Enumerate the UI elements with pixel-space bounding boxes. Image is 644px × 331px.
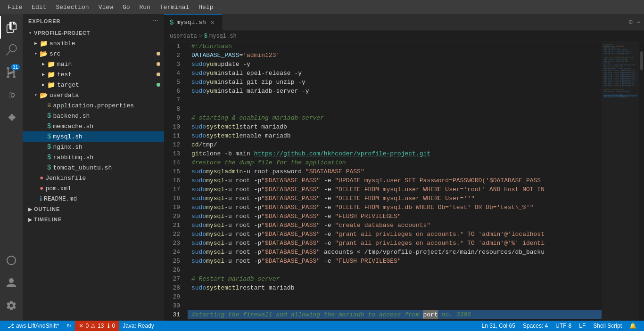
tree-file-application-properties[interactable]: ▶ ≡ application.properties <box>23 100 164 111</box>
status-notifications[interactable]: 🔔 <box>626 321 640 331</box>
menu-terminal[interactable]: Terminal <box>156 2 193 13</box>
ln-30: 30 <box>164 301 184 310</box>
status-encoding[interactable]: UTF-8 <box>552 321 575 331</box>
tree-file-jenkinsfile[interactable]: ▶ ● Jenkinsfile <box>23 173 164 183</box>
activity-remote[interactable] <box>0 249 23 272</box>
menu-view[interactable]: View <box>95 2 117 13</box>
breadcrumb-sep1: > <box>199 33 202 40</box>
folder-main-label: main <box>57 61 157 68</box>
menu-run[interactable]: Run <box>135 2 154 13</box>
xml-icon: ● <box>40 185 43 192</box>
ln-28: 28 <box>164 283 184 292</box>
tree-folder-main[interactable]: ▶ 📁 main <box>23 59 164 69</box>
status-spaces[interactable]: Spaces: 4 <box>519 321 552 331</box>
tree-folder-userdata[interactable]: ▾ 📂 userdata <box>23 90 164 100</box>
sidebar-actions[interactable]: ⋯ <box>153 18 158 24</box>
sidebar: EXPLORER ⋯ ▾ VPROFILE-PROJECT ▶ 📁 ansibl… <box>23 14 164 321</box>
code-line-14: #restore the dump file for the applicati… <box>188 158 602 167</box>
split-editor-icon[interactable]: ⊡ <box>629 18 633 26</box>
status-line-ending[interactable]: LF <box>575 321 589 331</box>
activity-explorer[interactable] <box>0 16 23 39</box>
status-branch[interactable]: ⎇ aws-LiftAndShift* <box>4 321 63 331</box>
activity-accounts[interactable] <box>0 272 23 294</box>
activity-run[interactable] <box>0 84 23 106</box>
tree-file-readme-md[interactable]: ▶ ℹ README.md <box>23 194 164 204</box>
code-line-7 <box>188 96 602 105</box>
code-editor[interactable]: 1 2 3 4 5 6 7 8 9 10 11 12 13 14 15 16 1… <box>164 42 644 321</box>
code-content[interactable]: #!/bin/bash DATABASE_PASS='admin123' sud… <box>188 42 602 321</box>
code-line-8 <box>188 105 602 113</box>
timeline-arrow: ▶ <box>26 216 34 223</box>
vertical-scrollbar[interactable] <box>639 42 644 321</box>
tree-file-pom-xml[interactable]: ▶ ● pom.xml <box>23 183 164 194</box>
ln-7: 7 <box>164 96 184 105</box>
tab-shell-icon: $ <box>170 19 173 26</box>
tree-file-rabbitmq-sh[interactable]: ▶ $ rabbitmq.sh <box>23 152 164 162</box>
file-jenkinsfile-label: Jenkinsfile <box>45 175 164 182</box>
menu-file[interactable]: File <box>4 2 26 13</box>
ln-20: 20 <box>164 212 184 221</box>
tree-file-backend-sh[interactable]: ▶ $ backend.sh <box>23 111 164 121</box>
status-language[interactable]: Shell Script <box>589 321 626 331</box>
folder-icon: 📁 <box>40 40 48 48</box>
code-line-20: sudo mysql -u root -p"$DATABASE_PASS" -e… <box>188 212 602 221</box>
target-arrow: ▶ <box>40 81 47 89</box>
ln-32: 32 <box>164 319 184 321</box>
breadcrumb-userdata[interactable]: userdata <box>170 33 197 40</box>
status-bar: ⎇ aws-LiftAndShift* ↻ ✕ 0 ⚠ 13 ℹ 0 Java:… <box>0 321 644 331</box>
activity-source-control[interactable]: 31 <box>0 61 23 84</box>
status-errors[interactable]: ✕ 0 ⚠ 13 ℹ 0 <box>75 321 119 331</box>
breadcrumb-filename[interactable]: mysql.sh <box>209 33 237 40</box>
status-sync[interactable]: ↻ <box>63 321 75 331</box>
ln-2: 2 <box>164 51 184 60</box>
ln-4: 4 <box>164 69 184 78</box>
tab-mysql-sh[interactable]: $ mysql.sh ✕ <box>164 14 223 31</box>
tree-file-tomcat-ubuntu-sh[interactable]: ▶ $ tomcat_ubuntu.sh <box>23 162 164 173</box>
menu-edit[interactable]: Edit <box>28 2 50 13</box>
tree-folder-test[interactable]: ▶ 📁 test <box>23 69 164 80</box>
info-count: 0 <box>112 323 115 329</box>
ln-27: 27 <box>164 274 184 283</box>
tree-file-mysql-sh[interactable]: ▶ $ mysql.sh <box>23 131 164 142</box>
code-line-25: sudo mysql -u root -p"$DATABASE_PASS" -e… <box>188 257 602 266</box>
menu-go[interactable]: Go <box>119 2 134 13</box>
encoding-label: UTF-8 <box>555 323 571 329</box>
ln-29: 29 <box>164 292 184 301</box>
source-control-badge: 31 <box>11 64 20 70</box>
activity-extensions[interactable] <box>0 106 23 129</box>
test-modified-dot <box>157 73 160 76</box>
warning-icon: ⚠ <box>91 323 96 329</box>
file-application-properties-label: application.properties <box>53 102 164 109</box>
code-line-1: #!/bin/bash <box>188 42 602 51</box>
tab-close-button[interactable]: ✕ <box>209 19 216 26</box>
minimap-content: #!/bin/bash DATABASE_PASS='admin123' sud… <box>602 42 639 321</box>
timeline-section-header[interactable]: ▶ TIMELINE <box>23 214 164 225</box>
menu-selection[interactable]: Selection <box>52 2 92 13</box>
activity-search[interactable] <box>0 39 23 61</box>
ln-13: 13 <box>164 149 184 158</box>
code-line-21: sudo mysql -u root -p"$DATABASE_PASS" -e… <box>188 221 602 230</box>
scrollbar-thumb[interactable] <box>640 51 643 70</box>
code-line-23: sudo mysql -u root -p"$DATABASE_PASS" -e… <box>188 239 602 248</box>
tree-project-root[interactable]: ▾ VPROFILE-PROJECT <box>23 28 164 38</box>
branch-icon: ⎇ <box>8 323 14 329</box>
outline-section-header[interactable]: ▶ OUTLINE <box>23 204 164 214</box>
code-line-30 <box>188 301 602 310</box>
tree-file-nginx-sh[interactable]: ▶ $ nginx.sh <box>23 142 164 152</box>
minimap: #!/bin/bash DATABASE_PASS='admin123' sud… <box>602 42 639 321</box>
sh-icon: $ <box>47 122 51 130</box>
menu-help[interactable]: Help <box>195 2 217 13</box>
file-pom-xml-label: pom.xml <box>45 185 164 192</box>
more-actions-icon[interactable]: ⋯ <box>636 18 640 26</box>
activity-settings[interactable] <box>0 294 23 317</box>
ln-21: 21 <box>164 221 184 230</box>
status-java[interactable]: Java: Ready <box>119 321 158 331</box>
main-layout: 31 EXPLORER ⋯ ▾ <box>0 14 644 321</box>
tree-folder-ansible[interactable]: ▶ 📁 ansible <box>23 38 164 48</box>
tree-folder-src[interactable]: ▾ 📂 src <box>23 48 164 59</box>
tree-folder-target[interactable]: ▶ 📁 target <box>23 80 164 90</box>
file-nginx-sh-label: nginx.sh <box>53 144 164 151</box>
status-cursor[interactable]: Ln 31, Col 65 <box>478 321 519 331</box>
tree-file-memcache-sh[interactable]: ▶ $ memcache.sh <box>23 121 164 131</box>
ln-22: 22 <box>164 230 184 239</box>
